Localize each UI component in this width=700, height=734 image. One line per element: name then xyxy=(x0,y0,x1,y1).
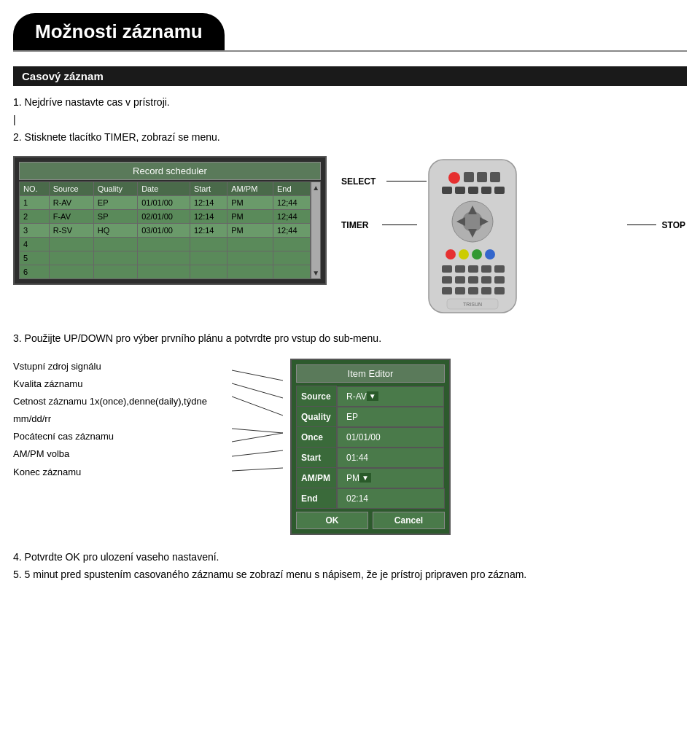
svg-line-42 xyxy=(232,450,283,456)
line-stop xyxy=(627,225,656,225)
scheduler-widget: Record scheduler NO. Source Quality Date… xyxy=(13,156,327,285)
svg-rect-8 xyxy=(481,187,491,194)
labels-list: Vstupní zdroj signálu Kvalita záznamu Ce… xyxy=(13,359,225,482)
svg-point-16 xyxy=(446,249,456,259)
svg-rect-29 xyxy=(494,276,505,284)
table-row[interactable]: 4 xyxy=(20,238,311,251)
cell-start: 12:14 xyxy=(190,224,227,238)
editor-value-source[interactable]: R-AV ▼ xyxy=(337,386,444,407)
col-start: Start xyxy=(190,182,227,196)
cell-end: 12;44 xyxy=(273,196,311,210)
svg-rect-26 xyxy=(455,276,465,284)
cell-ampm: PM xyxy=(228,210,273,224)
svg-rect-23 xyxy=(481,265,491,273)
svg-line-38 xyxy=(232,383,283,398)
cell-quality: HQ xyxy=(93,224,137,238)
editor-label-end: End xyxy=(297,488,337,509)
cell-no: 6 xyxy=(20,265,50,279)
editor-row-end: End 02:14 xyxy=(297,488,445,509)
editor-row-ampm: AM/PM PM ▼ xyxy=(297,468,445,488)
scroll-down-arrow[interactable]: ▼ xyxy=(312,269,319,277)
scheduler-header-row: NO. Source Quality Date Start AM/PM End xyxy=(20,182,311,196)
scheduler-remote-section: Record scheduler NO. Source Quality Date… xyxy=(13,156,687,316)
step1b-text: | xyxy=(13,114,687,125)
svg-line-39 xyxy=(232,397,283,415)
table-row[interactable]: 5 xyxy=(20,251,311,265)
svg-line-41 xyxy=(232,433,283,442)
col-end: End xyxy=(273,182,311,196)
cell-end: 12;44 xyxy=(273,224,311,238)
col-date: Date xyxy=(138,182,190,196)
svg-rect-5 xyxy=(442,187,452,194)
dropdown-arrow-source[interactable]: ▼ xyxy=(367,391,378,401)
editor-row-once: Once 01/01/00 xyxy=(297,427,445,448)
svg-rect-7 xyxy=(468,187,478,194)
table-row[interactable]: 3 R-SV HQ 03/01/00 12:14 PM 12;44 xyxy=(20,224,311,238)
svg-rect-30 xyxy=(442,287,452,294)
table-row[interactable]: 6 xyxy=(20,265,311,279)
cell-source: R-AV xyxy=(49,196,93,210)
scroll-up-arrow[interactable]: ▲ xyxy=(312,184,319,192)
svg-rect-32 xyxy=(468,287,478,294)
step4-text: 4. Potvrdte OK pro ulození vaseho nastav… xyxy=(13,551,687,563)
svg-point-18 xyxy=(472,249,482,259)
editor-row-quality: Quality EP xyxy=(297,407,445,427)
list-item: AM/PM volba xyxy=(13,446,225,462)
table-row[interactable]: 1 R-AV EP 01/01/00 12:14 PM 12;44 xyxy=(20,196,311,210)
editor-label-quality: Quality xyxy=(297,407,337,427)
editor-label-source: Source xyxy=(297,386,337,407)
cancel-button[interactable]: Cancel xyxy=(373,512,445,529)
svg-rect-3 xyxy=(477,172,487,182)
cell-date: 01/01/00 xyxy=(138,196,190,210)
svg-rect-22 xyxy=(468,265,478,273)
svg-point-11 xyxy=(462,211,483,232)
svg-line-43 xyxy=(232,468,283,471)
step3-text: 3. Použijte UP/DOWN pro výber prvního pl… xyxy=(13,332,687,344)
item-editor-widget: Item Editor Source R-AV ▼ Quality xyxy=(290,359,451,535)
cell-end: 12;44 xyxy=(273,210,311,224)
svg-rect-4 xyxy=(490,172,500,182)
section-title: Casový záznam xyxy=(13,66,687,86)
editor-label-once: Once xyxy=(297,427,337,448)
editor-value-quality[interactable]: EP xyxy=(337,407,444,427)
remote-labels-container: SELECT TIMER STOP xyxy=(341,156,687,316)
svg-line-40 xyxy=(232,429,283,433)
scrollbar[interactable]: ▲ ▼ xyxy=(311,181,321,279)
table-row[interactable]: 2 F-AV SP 02/01/00 12:14 PM 12;44 xyxy=(20,210,311,224)
editor-value-once[interactable]: 01/01/00 xyxy=(337,427,444,448)
editor-row-start: Start 01:44 xyxy=(297,448,445,468)
ok-button[interactable]: OK xyxy=(296,512,368,529)
list-item: Pocátecní cas záznamu xyxy=(13,429,225,445)
remote-section: SELECT TIMER STOP xyxy=(341,156,687,316)
step1-text: 1. Nejdríve nastavte cas v prístroji. xyxy=(13,96,687,108)
header-bar: Možnosti záznamu xyxy=(0,0,700,52)
dropdown-arrow-ampm[interactable]: ▼ xyxy=(359,473,371,483)
svg-line-37 xyxy=(232,370,283,380)
cell-no: 3 xyxy=(20,224,50,238)
svg-rect-6 xyxy=(455,187,465,194)
cell-quality: SP xyxy=(93,210,137,224)
cell-start: 12:14 xyxy=(190,210,227,224)
cell-no: 2 xyxy=(20,210,50,224)
page-title: Možnosti záznamu xyxy=(35,20,203,43)
cell-no: 4 xyxy=(20,238,50,251)
svg-point-17 xyxy=(459,249,469,259)
editor-value-ampm[interactable]: PM ▼ xyxy=(337,468,444,488)
col-quality: Quality xyxy=(93,182,137,196)
svg-rect-24 xyxy=(494,265,505,273)
editor-value-start[interactable]: 01:44 xyxy=(337,448,444,468)
scheduler-title: Record scheduler xyxy=(19,162,321,180)
svg-rect-31 xyxy=(455,287,465,294)
svg-rect-28 xyxy=(481,276,491,284)
editor-label-start: Start xyxy=(297,448,337,468)
editor-value-end[interactable]: 02:14 xyxy=(337,488,445,509)
col-no: NO. xyxy=(20,182,50,196)
scheduler-table: NO. Source Quality Date Start AM/PM End … xyxy=(19,181,311,279)
list-item: Konec záznamu xyxy=(13,464,225,480)
svg-rect-33 xyxy=(481,287,491,294)
cell-quality: EP xyxy=(93,196,137,210)
svg-rect-2 xyxy=(464,172,474,182)
svg-rect-25 xyxy=(442,276,452,284)
cell-date: 02/01/00 xyxy=(138,210,190,224)
step5-text: 5. 5 minut pred spustením casovaného záz… xyxy=(13,569,687,580)
